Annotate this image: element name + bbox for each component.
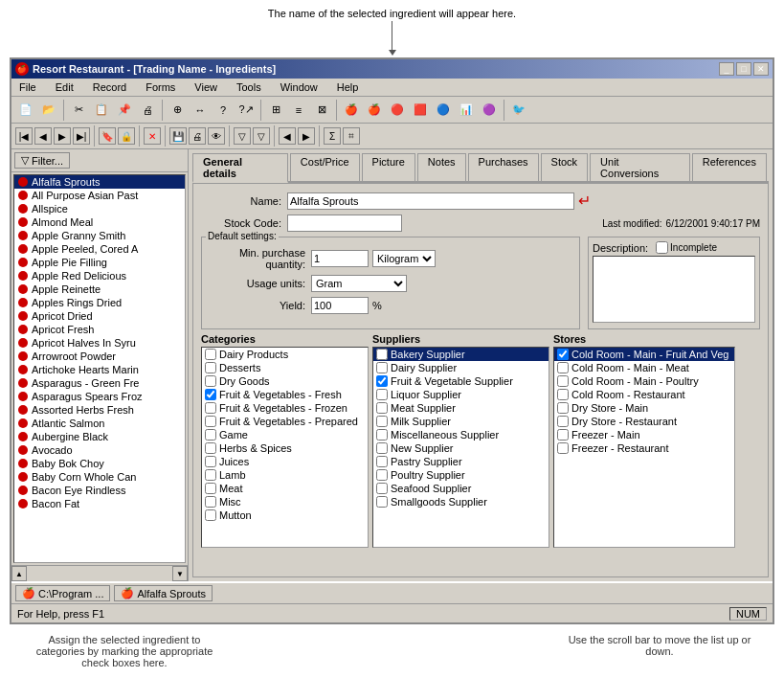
category-item[interactable]: Juices	[202, 455, 368, 468]
list-item[interactable]: Almond Meal	[14, 215, 185, 229]
chart-btn[interactable]: ≡	[288, 100, 309, 121]
menu-help[interactable]: Help	[333, 80, 363, 94]
list-item[interactable]: Allspice	[14, 202, 185, 215]
icon4[interactable]: 🟥	[410, 100, 431, 121]
yield-input[interactable]	[311, 297, 369, 314]
list-item[interactable]: Asparagus Spears Froz	[14, 390, 185, 403]
taskbar-path[interactable]: 🍎 C:\Program ...	[15, 585, 110, 601]
supplier-item[interactable]: Liquor Supplier	[373, 388, 549, 401]
list-scroll-up[interactable]: ▲	[11, 566, 27, 581]
tab-references[interactable]: References	[692, 153, 767, 181]
list-item[interactable]: Apple Granny Smith	[14, 229, 185, 242]
list-item[interactable]: Apricot Fresh	[14, 323, 185, 336]
list-item[interactable]: Apple Red Delicious	[14, 269, 185, 282]
supplier-item[interactable]: Milk Supplier	[373, 415, 549, 428]
icon7[interactable]: 🟣	[479, 100, 500, 121]
category-item[interactable]: Lamb	[202, 468, 368, 482]
tab-stock[interactable]: Stock	[541, 153, 589, 181]
store-item[interactable]: Cold Room - Main - Poultry	[554, 374, 734, 388]
apple-icon1[interactable]: 🍎	[341, 100, 362, 121]
list-item[interactable]: Alfalfa Sprouts	[14, 175, 185, 189]
supplier-item[interactable]: Seafood Supplier	[373, 482, 549, 495]
minimize-button[interactable]: _	[719, 62, 734, 76]
filter-btn2[interactable]: ▽	[234, 127, 251, 145]
name-input[interactable]	[287, 192, 574, 210]
suppliers-list[interactable]: Bakery Supplier Dairy Supplier Fruit & V…	[372, 347, 549, 548]
usage-unit-select[interactable]: Gram Kilogram	[311, 275, 407, 292]
supplier-item[interactable]: New Supplier	[373, 441, 549, 455]
apple-icon2[interactable]: 🍎	[364, 100, 385, 121]
category-item[interactable]: Misc	[202, 495, 368, 508]
tab-picture[interactable]: Picture	[362, 153, 415, 181]
supplier-item[interactable]: Bakery Supplier	[373, 348, 549, 361]
tab-unit-conversions[interactable]: Unit Conversions	[590, 153, 690, 181]
menu-edit[interactable]: Edit	[52, 80, 78, 94]
tab-cost-price[interactable]: Cost/Price	[290, 153, 360, 181]
categories-list[interactable]: Dairy Products Desserts Dry Goods Fruit …	[201, 347, 369, 548]
nav-forward[interactable]: ▶	[298, 127, 315, 145]
list-item[interactable]: Assorted Herbs Fresh	[14, 403, 185, 417]
print-btn[interactable]: 🖨	[137, 100, 158, 121]
list-item[interactable]: Apples Rings Dried	[14, 296, 185, 309]
category-item[interactable]: Herbs & Spices	[202, 441, 368, 455]
nav-last-btn[interactable]: ▶|	[73, 127, 90, 145]
icon6[interactable]: 📊	[456, 100, 477, 121]
maximize-button[interactable]: □	[736, 62, 751, 76]
store-item[interactable]: Freezer - Restaurant	[554, 441, 734, 455]
cut-btn[interactable]: ✂	[68, 100, 89, 121]
nav-first-btn[interactable]: |◀	[15, 127, 33, 145]
bookmark-btn[interactable]: 🔖	[99, 127, 116, 145]
tag-btn[interactable]: ⊠	[311, 100, 332, 121]
list-item[interactable]: Asparagus - Green Fre	[14, 376, 185, 390]
icon8[interactable]: 🐦	[508, 100, 529, 121]
tab-general-details[interactable]: General details	[192, 153, 288, 183]
icon5[interactable]: 🔵	[433, 100, 454, 121]
paste-btn[interactable]: 📌	[114, 100, 135, 121]
list-item[interactable]: Apple Peeled, Cored A	[14, 242, 185, 256]
supplier-item[interactable]: Smallgoods Supplier	[373, 495, 549, 508]
list-item[interactable]: Arrowroot Powder	[14, 350, 185, 363]
nav-prev-btn[interactable]: ◀	[34, 127, 52, 145]
sigma-btn[interactable]: Σ	[324, 127, 341, 145]
supplier-item[interactable]: Dairy Supplier	[373, 361, 549, 374]
description-textarea[interactable]	[593, 256, 755, 323]
list-item[interactable]: Aubergine Black	[14, 430, 185, 443]
supplier-item[interactable]: Fruit & Vegetable Supplier	[373, 374, 549, 388]
menu-tools[interactable]: Tools	[233, 80, 265, 94]
delete-btn[interactable]: ✕	[144, 127, 161, 145]
unit-select[interactable]: Kilogram Gram Litre	[372, 250, 436, 267]
grid-btn[interactable]: ⊞	[265, 100, 286, 121]
supplier-item[interactable]: Poultry Supplier	[373, 468, 549, 482]
close-button[interactable]: ✕	[753, 62, 769, 76]
filter-btn3[interactable]: ▽	[253, 127, 270, 145]
open-btn[interactable]: 📂	[38, 100, 59, 121]
supplier-item[interactable]: Meat Supplier	[373, 401, 549, 415]
supplier-item[interactable]: Miscellaneous Supplier	[373, 428, 549, 441]
list-item[interactable]: Baby Corn Whole Can	[14, 470, 185, 484]
menu-record[interactable]: Record	[89, 80, 130, 94]
icon3[interactable]: 🔴	[387, 100, 408, 121]
nav-next-btn[interactable]: ▶	[54, 127, 71, 145]
lock-btn[interactable]: 🔒	[118, 127, 135, 145]
list-item[interactable]: Bacon Fat	[14, 497, 185, 510]
print2-btn[interactable]: 🖨	[189, 127, 206, 145]
stores-list[interactable]: Cold Room - Main - Fruit And Veg Cold Ro…	[553, 347, 735, 548]
list-item[interactable]: Bacon Eye Rindless	[14, 484, 185, 497]
supplier-item[interactable]: Pastry Supplier	[373, 455, 549, 468]
preview-btn[interactable]: 👁	[208, 127, 225, 145]
list-item[interactable]: All Purpose Asian Past	[14, 189, 185, 202]
store-item[interactable]: Cold Room - Main - Meat	[554, 361, 734, 374]
category-item[interactable]: Meat	[202, 482, 368, 495]
tab-notes[interactable]: Notes	[417, 153, 466, 181]
nav-back[interactable]: ◀	[279, 127, 296, 145]
list-item[interactable]: Apricot Dried	[14, 309, 185, 323]
list-item[interactable]: Artichoke Hearts Marin	[14, 363, 185, 376]
category-item[interactable]: Desserts	[202, 361, 368, 374]
nav-first[interactable]: ⊕	[167, 100, 188, 121]
menu-file[interactable]: File	[15, 80, 40, 94]
list-scroll-down[interactable]: ▼	[172, 566, 188, 581]
category-item[interactable]: Dry Goods	[202, 374, 368, 388]
category-item[interactable]: Dairy Products	[202, 348, 368, 361]
list-item[interactable]: Atlantic Salmon	[14, 417, 185, 430]
help-btn[interactable]: ?	[213, 100, 234, 121]
